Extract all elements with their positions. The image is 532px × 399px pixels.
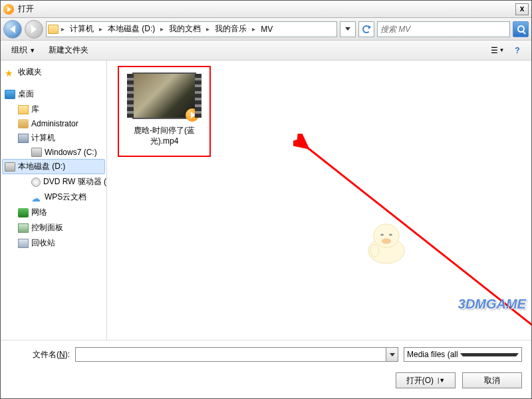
drive-icon bbox=[31, 148, 42, 157]
sidebar-desktop[interactable]: 桌面 bbox=[2, 86, 105, 102]
help-button[interactable]: ? bbox=[509, 43, 526, 58]
filename-label: 文件名(N): bbox=[10, 349, 70, 360]
app-icon bbox=[3, 4, 14, 15]
search-box[interactable] bbox=[377, 21, 510, 37]
svg-point-1 bbox=[368, 238, 404, 263]
svg-point-5 bbox=[382, 239, 391, 244]
sidebar-label: Administrator bbox=[31, 119, 78, 128]
disc-icon bbox=[31, 178, 41, 187]
sidebar-computer[interactable]: 计算机 bbox=[2, 130, 105, 146]
chevron-down-icon: ▼ bbox=[499, 47, 505, 53]
refresh-button[interactable] bbox=[358, 21, 374, 37]
open-button[interactable]: 打开(O)|▼ bbox=[396, 372, 456, 388]
sidebar-label: 计算机 bbox=[31, 132, 55, 144]
sidebar-drive-c[interactable]: Windows7 (C:) bbox=[2, 146, 105, 159]
open-label: 打开(O) bbox=[406, 375, 434, 386]
folder-icon bbox=[48, 25, 59, 34]
breadcrumb-computer[interactable]: 计算机 bbox=[67, 22, 96, 36]
watermark-duck-icon bbox=[360, 213, 413, 267]
history-dropdown[interactable] bbox=[340, 21, 356, 37]
sidebar-control-panel[interactable]: 控制面板 bbox=[2, 220, 105, 235]
file-name: 鹿晗-时间停了(蓝光).mp4 bbox=[123, 126, 205, 146]
sidebar-label: 控制面板 bbox=[31, 222, 63, 233]
filename-combobox[interactable] bbox=[75, 347, 398, 362]
user-icon bbox=[18, 119, 29, 128]
chevron-right-icon: ▸ bbox=[205, 25, 211, 33]
sidebar-label: 库 bbox=[31, 104, 39, 115]
control-panel-icon bbox=[18, 223, 29, 233]
arrow-left-icon bbox=[10, 25, 15, 33]
search-button[interactable] bbox=[513, 21, 529, 37]
bottom-panel: 文件名(N): Media files (all types) (*.wmv 打… bbox=[1, 340, 531, 399]
sidebar-label: DVD RW 驱动器 ( bbox=[43, 176, 106, 188]
filename-dropdown[interactable] bbox=[386, 348, 398, 361]
window-title: 打开 bbox=[18, 3, 515, 15]
sidebar-label: 本地磁盘 (D:) bbox=[18, 161, 65, 172]
sidebar-label: 桌面 bbox=[18, 88, 34, 100]
content-area: ★收藏夹 桌面 库 Administrator 计算机 Windows7 (C:… bbox=[1, 61, 531, 340]
forward-button[interactable] bbox=[25, 20, 43, 39]
svg-line-0 bbox=[307, 147, 532, 346]
chevron-down-icon bbox=[345, 27, 350, 31]
close-button[interactable]: x bbox=[515, 3, 529, 15]
sidebar-network[interactable]: 网络 bbox=[2, 205, 105, 220]
computer-icon bbox=[18, 134, 29, 143]
sidebar-label: WPS云文档 bbox=[45, 192, 86, 203]
back-button[interactable] bbox=[3, 20, 22, 39]
search-input[interactable] bbox=[380, 25, 507, 34]
file-item[interactable]: 鹿晗-时间停了(蓝光).mp4 bbox=[118, 66, 211, 157]
recycle-bin-icon bbox=[18, 239, 29, 248]
new-folder-button[interactable]: 新建文件夹 bbox=[43, 42, 94, 59]
chevron-down-icon: ▼ bbox=[29, 47, 35, 54]
sidebar-wps-cloud[interactable]: ☁WPS云文档 bbox=[2, 190, 105, 205]
library-icon bbox=[18, 105, 29, 114]
network-icon bbox=[18, 208, 29, 217]
thumbnail-image bbox=[134, 74, 195, 118]
cloud-icon: ☁ bbox=[31, 193, 42, 202]
sidebar-favorites[interactable]: ★收藏夹 bbox=[2, 65, 105, 80]
sidebar-drive-d[interactable]: 本地磁盘 (D:) bbox=[2, 159, 105, 174]
filter-label: Media files (all types) (*.wmv bbox=[407, 350, 460, 359]
sidebar-admin[interactable]: Administrator bbox=[2, 117, 105, 130]
sidebar-label: 网络 bbox=[31, 207, 47, 218]
file-pane[interactable]: 鹿晗-时间停了(蓝光).mp4 3DMGAME bbox=[107, 61, 531, 340]
chevron-right-icon: ▸ bbox=[60, 25, 66, 33]
annotation-arrow bbox=[293, 134, 532, 360]
sidebar-libraries[interactable]: 库 bbox=[2, 102, 105, 117]
svg-point-4 bbox=[389, 233, 392, 235]
chevron-down-icon bbox=[460, 353, 519, 356]
chevron-right-icon: ▸ bbox=[98, 25, 104, 33]
sidebar-label: Windows7 (C:) bbox=[45, 148, 97, 157]
star-icon: ★ bbox=[5, 68, 15, 77]
breadcrumb-drive-d[interactable]: 本地磁盘 (D:) bbox=[105, 22, 158, 36]
organize-menu[interactable]: 组织 ▼ bbox=[6, 42, 41, 59]
desktop-icon bbox=[5, 90, 15, 99]
file-type-filter[interactable]: Media files (all types) (*.wmv bbox=[404, 347, 522, 362]
toolbar: 组织 ▼ 新建文件夹 ☰▼ ? bbox=[1, 41, 531, 61]
drive-icon bbox=[5, 162, 15, 172]
sidebar: ★收藏夹 桌面 库 Administrator 计算机 Windows7 (C:… bbox=[1, 61, 107, 340]
svg-point-6 bbox=[370, 244, 379, 257]
arrow-right-icon bbox=[31, 25, 37, 33]
view-menu[interactable]: ☰▼ bbox=[489, 43, 506, 58]
breadcrumb-music[interactable]: 我的音乐 bbox=[212, 22, 249, 36]
sidebar-recycle-bin[interactable]: 回收站 bbox=[2, 235, 105, 251]
sidebar-label: 回收站 bbox=[31, 237, 55, 249]
search-icon bbox=[517, 25, 525, 33]
sidebar-label: 收藏夹 bbox=[18, 66, 42, 78]
nav-bar: ▸ 计算机 ▸ 本地磁盘 (D:) ▸ 我的文档 ▸ 我的音乐 ▸ MV bbox=[1, 18, 531, 41]
svg-point-2 bbox=[374, 224, 399, 247]
cancel-button[interactable]: 取消 bbox=[462, 372, 522, 388]
video-thumbnail bbox=[132, 72, 196, 119]
chevron-right-icon: ▸ bbox=[159, 25, 165, 33]
split-chevron-icon: |▼ bbox=[438, 377, 445, 384]
breadcrumb-mv[interactable]: MV bbox=[258, 23, 275, 35]
filename-input[interactable] bbox=[76, 348, 386, 361]
refresh-icon bbox=[362, 25, 370, 33]
play-overlay-icon bbox=[186, 108, 199, 122]
address-bar[interactable]: ▸ 计算机 ▸ 本地磁盘 (D:) ▸ 我的文档 ▸ 我的音乐 ▸ MV bbox=[46, 21, 337, 37]
chevron-right-icon: ▸ bbox=[251, 25, 257, 33]
breadcrumb-documents[interactable]: 我的文档 bbox=[166, 22, 203, 36]
watermark-text: 3DMGAME bbox=[458, 297, 526, 312]
sidebar-dvd[interactable]: DVD RW 驱动器 ( bbox=[2, 174, 105, 190]
